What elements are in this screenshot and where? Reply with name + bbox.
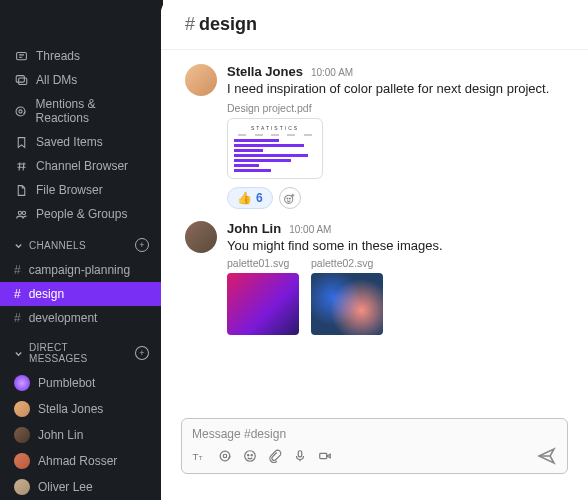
svg-text:T: T [199, 454, 203, 461]
message: Stella Jones 10:00 AM I need inspiration… [161, 58, 588, 215]
people-icon [14, 208, 28, 221]
add-channel-button[interactable]: + [135, 238, 149, 252]
message-time: 10:00 AM [311, 67, 353, 78]
dm-item-pumblebot[interactable]: Pumblebot [0, 370, 163, 396]
dms-icon [14, 74, 28, 87]
channel-name: development [29, 311, 98, 325]
audio-button[interactable] [293, 449, 307, 463]
nav-label: Threads [36, 49, 80, 63]
svg-rect-0 [16, 52, 26, 59]
dms-header-label: DIRECT MESSAGES [29, 342, 129, 364]
chevron-down-icon [14, 349, 23, 358]
chevron-down-icon [14, 241, 23, 250]
svg-point-13 [223, 454, 227, 458]
preview-title: STATISTICS [234, 125, 316, 131]
message-text: You might find some in these images. [227, 238, 564, 253]
svg-text:T: T [193, 451, 199, 462]
nav-label: File Browser [36, 183, 103, 197]
attach-button[interactable] [268, 449, 282, 463]
svg-point-6 [22, 211, 25, 214]
nav-label: People & Groups [36, 207, 127, 221]
avatar [14, 479, 30, 495]
svg-rect-17 [298, 451, 302, 457]
nav-threads[interactable]: Threads [0, 44, 163, 68]
message-time: 10:00 AM [289, 224, 331, 235]
nav-channel-browser[interactable]: Channel Browser [0, 154, 163, 178]
message-author[interactable]: John Lin [227, 221, 281, 236]
video-button[interactable] [318, 449, 332, 463]
channel-header: # design [161, 0, 588, 50]
reaction-count: 6 [256, 191, 263, 205]
bookmark-icon [14, 136, 28, 149]
dm-name: Oliver Lee [38, 480, 93, 494]
image-thumbnail[interactable] [311, 273, 383, 335]
file-icon [14, 184, 28, 197]
hash-icon: # [185, 14, 195, 35]
hash-icon: # [14, 287, 21, 301]
reactions: 👍 6 [227, 187, 564, 209]
nav-label: Channel Browser [36, 159, 128, 173]
message-author[interactable]: Stella Jones [227, 64, 303, 79]
channel-item-development[interactable]: #development [0, 306, 163, 330]
nav-all-dms[interactable]: All DMs [0, 68, 163, 92]
svg-point-3 [16, 107, 25, 116]
channel-item-campaign-planning[interactable]: #campaign-planning [0, 258, 163, 282]
channel-name: design [29, 287, 64, 301]
mentions-icon [14, 105, 28, 118]
attachment-preview[interactable]: STATISTICS [227, 118, 323, 179]
dm-name: John Lin [38, 428, 83, 442]
svg-point-16 [251, 455, 252, 456]
image-filename[interactable]: palette01.svg [227, 257, 299, 269]
svg-rect-1 [16, 75, 24, 82]
dms-header[interactable]: DIRECT MESSAGES + [0, 336, 163, 370]
message-input[interactable] [192, 427, 557, 441]
avatar [14, 453, 30, 469]
preview-chart [234, 139, 316, 172]
send-button[interactable] [537, 447, 557, 465]
avatar[interactable] [185, 64, 217, 96]
main-panel: # design Stella Jones 10:00 AM I need in… [161, 0, 588, 500]
nav-label: Saved Items [36, 135, 103, 149]
attachment-filename[interactable]: Design project.pdf [227, 102, 564, 114]
avatar[interactable] [185, 221, 217, 253]
reaction-thumbs-up[interactable]: 👍 6 [227, 187, 273, 209]
threads-icon [14, 50, 28, 63]
add-reaction-button[interactable] [279, 187, 301, 209]
emoji-button[interactable] [243, 449, 257, 463]
mention-button[interactable] [218, 449, 232, 463]
sidebar: Threads All DMs Mentions & Reactions Sav… [0, 0, 163, 500]
svg-point-14 [245, 451, 256, 462]
add-dm-button[interactable]: + [135, 346, 149, 360]
nav-mentions[interactable]: Mentions & Reactions [0, 92, 163, 130]
avatar [14, 401, 30, 417]
channel-browser-icon [14, 160, 28, 173]
hash-icon: # [14, 311, 21, 325]
channels-header[interactable]: CHANNELS + [0, 232, 163, 258]
message-list: Stella Jones 10:00 AM I need inspiration… [161, 50, 588, 408]
svg-point-5 [18, 211, 21, 214]
avatar [14, 427, 30, 443]
svg-point-12 [220, 451, 230, 461]
channel-title: design [199, 14, 257, 35]
nav-label: All DMs [36, 73, 77, 87]
channel-name: campaign-planning [29, 263, 130, 277]
message-text: I need inspiration of color pallete for … [227, 81, 564, 96]
svg-point-7 [285, 195, 293, 203]
dm-name: Stella Jones [38, 402, 103, 416]
svg-point-8 [287, 198, 288, 199]
channel-item-design[interactable]: #design [0, 282, 163, 306]
nav-file-browser[interactable]: File Browser [0, 178, 163, 202]
nav-saved[interactable]: Saved Items [0, 130, 163, 154]
image-filename[interactable]: palette02.svg [311, 257, 383, 269]
svg-point-4 [19, 109, 22, 112]
message: John Lin 10:00 AM You might find some in… [161, 215, 588, 341]
dm-name: Pumblebot [38, 376, 95, 390]
nav-people[interactable]: People & Groups [0, 202, 163, 226]
formatting-button[interactable]: TT [192, 449, 207, 463]
dm-item-ahmad-rosser[interactable]: Ahmad Rosser [0, 448, 163, 474]
image-thumbnail[interactable] [227, 273, 299, 335]
dm-item-oliver-lee[interactable]: Oliver Lee [0, 474, 163, 500]
dm-item-stella-jones[interactable]: Stella Jones [0, 396, 163, 422]
dm-item-john-lin[interactable]: John Lin [0, 422, 163, 448]
svg-point-15 [248, 455, 249, 456]
